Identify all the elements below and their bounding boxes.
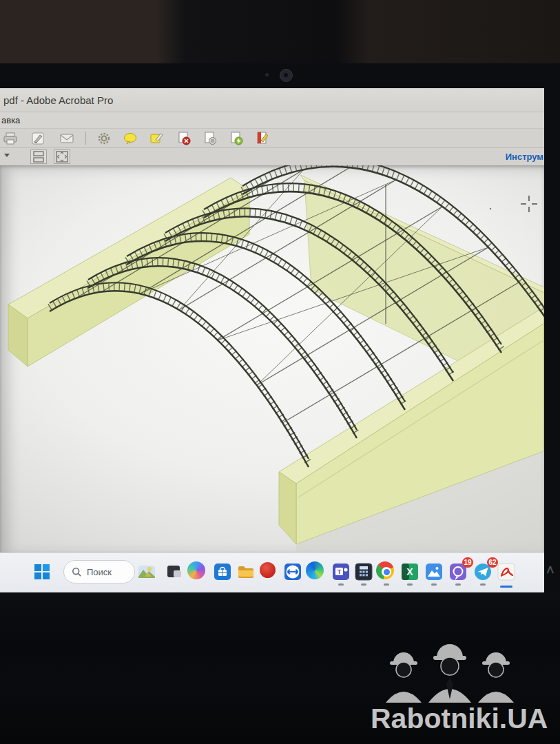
webcam [280, 69, 293, 82]
running-indicator [500, 586, 512, 588]
running-indicator [407, 583, 413, 586]
file-explorer-icon[interactable] [236, 561, 256, 582]
excel-icon[interactable]: X [400, 561, 420, 582]
search-icon [72, 567, 82, 577]
running-indicator [338, 583, 344, 586]
fit-page-icon[interactable] [54, 149, 70, 164]
task-view-button[interactable] [164, 561, 185, 582]
viber-icon[interactable]: 19 [448, 561, 468, 582]
search-input[interactable]: Поиск [63, 560, 135, 583]
print-icon[interactable] [3, 131, 18, 146]
running-indicator [431, 583, 437, 586]
running-indicator [455, 583, 461, 586]
edge-icon[interactable] [306, 561, 326, 582]
toolbar-main [0, 128, 544, 148]
site-watermark: Rabotniki.UA [371, 639, 558, 735]
menu-item-help[interactable]: авка [1, 115, 20, 125]
window-title: pdf - Adobe Acrobat Pro [3, 94, 113, 106]
search-placeholder: Поиск [87, 567, 112, 577]
teamviewer-icon[interactable] [282, 561, 303, 582]
laptop-right-bezel [544, 63, 560, 594]
tools-panel-link[interactable]: Инструм [506, 152, 543, 162]
delete-pages-icon[interactable] [176, 131, 191, 146]
truss-3d-drawing [0, 165, 544, 552]
toolbar-view: Инструм [0, 147, 544, 166]
copilot-icon[interactable] [187, 561, 208, 582]
svg-text:T: T [338, 568, 342, 575]
settings-gear-icon[interactable] [96, 131, 112, 146]
start-button[interactable] [32, 561, 52, 582]
continuous-scroll-icon[interactable] [30, 149, 47, 164]
toolbar-separator [85, 132, 86, 145]
menubar: авка [0, 112, 544, 128]
edit-document-icon[interactable] [255, 131, 270, 146]
taskbar-widgets-weather[interactable] [136, 561, 157, 582]
export-pdf-icon[interactable] [229, 131, 244, 146]
microphone-dot [265, 73, 269, 76]
extract-pages-icon[interactable] [203, 131, 218, 146]
workers-icon [371, 639, 529, 703]
running-indicator [480, 583, 486, 586]
photo-of-laptop: pdf - Adobe Acrobat Pro авка [0, 0, 560, 744]
screen-record-icon[interactable] [259, 561, 280, 582]
email-icon[interactable] [59, 131, 74, 146]
pdf-page-content[interactable] [0, 165, 544, 552]
room-background [0, 0, 560, 63]
watermark-text: Rabotniki.UA [371, 703, 558, 735]
laptop-screen: pdf - Adobe Acrobat Pro авка [0, 88, 544, 592]
crosshair-cursor [521, 196, 537, 212]
svg-text:X: X [406, 566, 413, 577]
speck [490, 208, 491, 209]
window-titlebar: pdf - Adobe Acrobat Pro [0, 88, 544, 112]
chrome-icon[interactable] [376, 561, 397, 582]
page-view-caret-icon[interactable] [4, 154, 10, 157]
acrobat-icon[interactable] [496, 561, 517, 582]
sticky-note-icon[interactable] [149, 131, 164, 146]
edit-pen-icon[interactable] [30, 131, 45, 146]
calculator-app-icon[interactable] [353, 561, 374, 582]
microsoft-store-icon[interactable] [212, 561, 233, 582]
running-indicator [384, 583, 389, 586]
tray-chevron-icon[interactable]: ᐱ [547, 564, 554, 575]
photos-icon[interactable] [424, 561, 444, 582]
comment-bubble-icon[interactable] [123, 131, 138, 146]
windows-taskbar: Поиск [0, 552, 544, 593]
teams-icon[interactable]: T [331, 561, 351, 582]
running-indicator [361, 583, 366, 586]
telegram-icon[interactable]: 62 [473, 561, 493, 582]
far-wall [8, 178, 249, 366]
notification-badge: 19 [462, 557, 473, 568]
